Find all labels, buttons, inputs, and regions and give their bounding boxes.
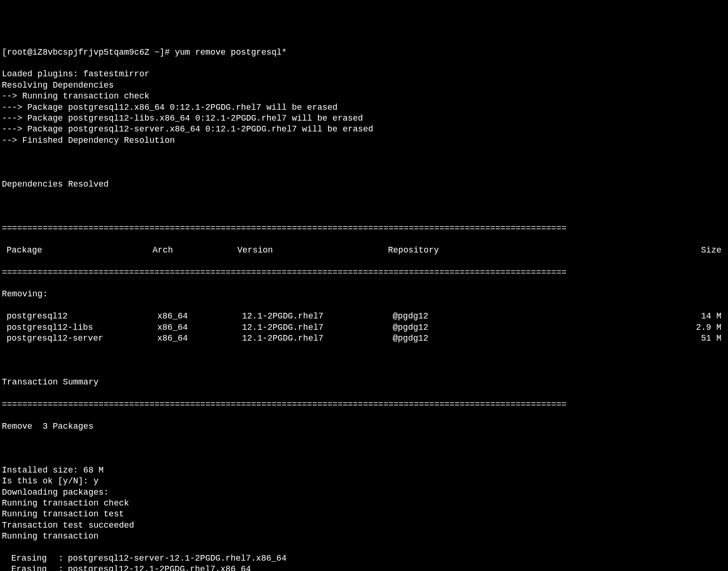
output-line: Resolving Dependencies [2, 80, 726, 91]
cell-size: 14 M [693, 311, 721, 322]
cell-size: 2.9 M [693, 322, 721, 333]
cell-repo: @pgdg12 [393, 333, 487, 344]
output-line: Installed size: 68 M [2, 465, 726, 476]
transaction-action: Erasing [2, 564, 58, 571]
cell-size: 51 M [693, 333, 721, 344]
output-line: Running transaction check [2, 498, 726, 509]
cell-repo: @pgdg12 [393, 311, 487, 322]
output-line: --> Finished Dependency Resolution [2, 135, 726, 146]
output-line: Downloading packages: [2, 487, 726, 498]
output-line: Running transaction test [2, 509, 726, 520]
header-arch: Arch [153, 245, 237, 256]
deps-resolved: Dependencies Resolved [2, 179, 726, 190]
output-line: Loaded plugins: fastestmirror [2, 69, 726, 80]
output-line: ---> Package postgresql12-libs.x86_64 0:… [2, 113, 726, 124]
output-line: --> Running transaction check [2, 91, 726, 102]
header-package: Package [2, 245, 153, 256]
transaction-row: Erasing:postgresql12-12.1-2PGDG.rhel7.x8… [2, 564, 726, 571]
output-line: Is this ok [y/N]: y [2, 476, 726, 487]
table-row: postgresql12x86_6412.1-2PGDG.rhel7@pgdg1… [2, 311, 726, 322]
output-line: ---> Package postgresql12-server.x86_64 … [2, 124, 726, 135]
divider-bottom: ========================================… [2, 399, 726, 410]
output-line: Running transaction [2, 531, 726, 542]
cell-package: postgresql12-server [2, 333, 157, 344]
transaction-summary: Transaction Summary [2, 377, 726, 388]
divider-mid: ========================================… [2, 267, 726, 278]
header-size: Size [693, 245, 721, 256]
colon: : [58, 564, 68, 571]
cell-repo: @pgdg12 [393, 322, 487, 333]
cell-arch: x86_64 [157, 322, 242, 333]
removing-label: Removing: [2, 289, 726, 300]
cell-package: postgresql12 [2, 311, 157, 322]
divider-top: ========================================… [2, 223, 726, 234]
transaction-package: postgresql12-server-12.1-2PGDG.rhel7.x86… [68, 553, 726, 564]
output-line: Transaction test succeeded [2, 520, 726, 531]
header-repo: Repository [388, 245, 482, 256]
cell-arch: x86_64 [157, 311, 242, 322]
cell-package: postgresql12-libs [2, 322, 157, 333]
table-row: postgresql12-libsx86_6412.1-2PGDG.rhel7@… [2, 322, 726, 333]
colon: : [58, 553, 68, 564]
header-version: Version [237, 245, 388, 256]
prompt-line: [root@iZ8vbcspjfrjvp5tqam9c6Z ~]# yum re… [2, 47, 726, 58]
transaction-package: postgresql12-12.1-2PGDG.rhel7.x86_64 [68, 564, 726, 571]
cell-version: 12.1-2PGDG.rhel7 [242, 311, 393, 322]
cell-arch: x86_64 [157, 333, 242, 344]
cell-version: 12.1-2PGDG.rhel7 [242, 333, 393, 344]
transaction-row: Erasing:postgresql12-server-12.1-2PGDG.r… [2, 553, 726, 564]
remove-count: Remove 3 Packages [2, 421, 726, 432]
cell-version: 12.1-2PGDG.rhel7 [242, 322, 393, 333]
output-line: ---> Package postgresql12.x86_64 0:12.1-… [2, 102, 726, 113]
table-header-row: Package Arch Version Repository Size [2, 245, 726, 256]
transaction-action: Erasing [2, 553, 58, 564]
table-row: postgresql12-serverx86_6412.1-2PGDG.rhel… [2, 333, 726, 344]
